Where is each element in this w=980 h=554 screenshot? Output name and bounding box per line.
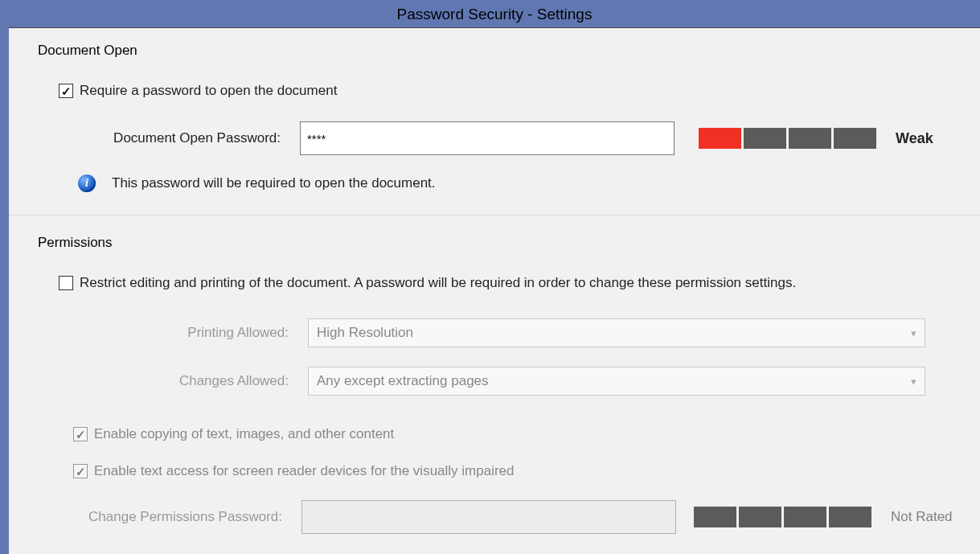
require-password-row: Require a password to open the document [9,83,980,99]
strength-seg-4 [829,507,871,527]
chevron-down-icon: ▾ [911,375,916,388]
enable-access-checkbox [73,464,88,478]
section-title-document-open: Document Open [9,43,980,83]
open-password-info-text: This password will be required to open t… [112,175,436,191]
strength-seg-2 [744,128,786,149]
window-title: Password Security - Settings [397,6,593,23]
printing-allowed-value: High Resolution [317,325,413,341]
strength-seg-3 [789,128,831,149]
restrict-editing-row: Restrict editing and printing of the doc… [9,275,980,291]
document-open-password-input[interactable] [300,121,675,155]
strength-seg-1 [694,507,736,527]
permissions-password-strength-text: Not Rated [891,509,953,525]
change-permissions-password-label: Change Permissions Password: [64,509,301,525]
open-password-strength-text: Weak [896,130,933,147]
changes-allowed-label: Changes Allowed: [67,373,308,389]
permissions-password-strength-meter [694,507,871,527]
strength-seg-4 [834,128,876,149]
open-password-strength-meter [699,128,876,149]
restrict-editing-label: Restrict editing and printing of the doc… [80,275,796,291]
document-open-password-row: Document Open Password: Weak [9,121,980,155]
enable-access-label: Enable text access for screen reader dev… [94,463,515,479]
open-password-info-row: i This password will be required to open… [9,174,980,192]
printing-allowed-label: Printing Allowed: [67,325,308,341]
section-permissions: Permissions Restrict editing and printin… [9,215,980,554]
enable-access-row: Enable text access for screen reader dev… [9,463,980,479]
change-permissions-password-row: Change Permissions Password: Not Rated [9,500,980,534]
printing-allowed-row: Printing Allowed: High Resolution ▾ [9,318,980,347]
info-icon: i [78,174,96,192]
enable-copying-row: Enable copying of text, images, and othe… [9,426,980,442]
document-open-password-label: Document Open Password: [67,130,300,146]
enable-copying-checkbox [73,427,88,441]
printing-allowed-select: High Resolution ▾ [308,318,925,347]
require-password-label: Require a password to open the document [80,83,337,99]
section-title-permissions: Permissions [9,235,980,275]
strength-seg-1 [699,128,741,149]
changes-allowed-value: Any except extracting pages [317,373,489,389]
changes-allowed-row: Changes Allowed: Any except extracting p… [9,367,980,396]
window-titlebar: Password Security - Settings [9,0,980,28]
strength-seg-2 [739,507,781,527]
chevron-down-icon: ▾ [911,327,916,339]
changes-allowed-select: Any except extracting pages ▾ [308,367,925,396]
change-permissions-password-input [301,500,676,534]
section-document-open: Document Open Require a password to open… [9,43,980,215]
require-password-checkbox[interactable] [59,84,73,98]
strength-seg-3 [784,507,826,527]
dialog-content: Document Open Require a password to open… [9,28,980,554]
enable-copying-label: Enable copying of text, images, and othe… [94,426,394,442]
restrict-editing-checkbox[interactable] [59,276,73,290]
